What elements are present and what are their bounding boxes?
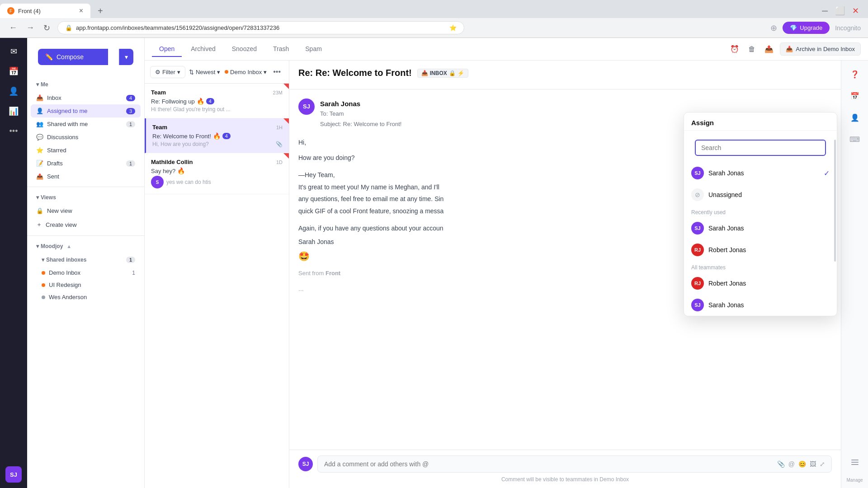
upgrade-button[interactable]: 💎 Upgrade — [783, 22, 830, 34]
message-item-1[interactable]: Team 23M Re: Follwoing up 🔥 4 Hi there! … — [145, 84, 289, 118]
msg-sender-1: Team — [151, 89, 166, 96]
expand-icon[interactable]: ⤢ — [820, 460, 825, 468]
paperclip-icon[interactable]: 📎 — [777, 460, 785, 468]
contacts-button[interactable]: 👤 — [847, 109, 863, 126]
sidebar-item-wes-anderson[interactable]: Wes Anderson — [31, 291, 141, 303]
minimize-button[interactable]: ─ — [822, 6, 828, 16]
close-button[interactable]: ✕ — [852, 6, 859, 16]
comment-box[interactable]: 📎 @ 😊 🖼 ⤢ — [317, 455, 832, 473]
inbox-selector[interactable]: Demo Inbox ▾ — [225, 69, 267, 75]
assign-item-robert-all[interactable]: RJ Robert Jonas — [684, 272, 837, 294]
sarah-recently-avatar: SJ — [691, 222, 704, 235]
tab-open[interactable]: Open — [152, 42, 182, 57]
comment-input[interactable] — [324, 460, 773, 468]
tab-close-button[interactable]: × — [79, 7, 83, 15]
comment-avatar: SJ — [298, 457, 313, 471]
robert-all-avatar: RJ — [691, 277, 704, 290]
address-bar[interactable]: 🔒 app.frontapp.com/inboxes/teammates/156… — [57, 21, 464, 34]
assign-item-unassigned[interactable]: ⊘ Unassigned — [684, 184, 837, 206]
help-tips-button[interactable]: ❓ — [847, 66, 863, 82]
me-section-header[interactable]: ▾ Me — [31, 78, 141, 91]
demo-inbox-count: 1 — [132, 270, 135, 276]
sidebar-item-ui-redesign[interactable]: UI Redesign — [31, 279, 141, 291]
plus-icon: ＋ — [36, 221, 42, 229]
shared-count-badge: 1 — [126, 121, 135, 127]
sidebar-item-shared-with-me[interactable]: 👥 Shared with me 1 — [31, 117, 141, 131]
sidebar-item-assigned-to-me[interactable]: 👤 Assigned to me 3 — [31, 104, 141, 117]
subject-field: Subject: Re: Welcome to Front! — [320, 120, 401, 129]
shared-icon: 👥 — [36, 121, 43, 127]
sort-button[interactable]: ⇅ Newest ▾ — [189, 69, 220, 75]
upgrade-gem-icon: 💎 — [790, 24, 797, 31]
compose-button[interactable]: ✏️ Compose — [38, 49, 108, 65]
unread-corner-indicator-2 — [283, 118, 289, 124]
snooze-button[interactable]: ⏰ — [727, 42, 742, 56]
svg-rect-1 — [851, 462, 859, 463]
incognito-label: Incognito — [835, 24, 861, 32]
contacts-icon-button[interactable]: 👤 — [5, 83, 22, 99]
msg-sender-2: Team — [152, 124, 167, 131]
more-icon-button[interactable]: ••• — [5, 123, 22, 139]
calendar-button[interactable]: 📅 — [847, 88, 863, 104]
sidebar-item-create-view[interactable]: ＋ Create view — [31, 217, 141, 232]
shared-inboxes-chevron-icon: ▾ — [42, 257, 44, 263]
assign-item-robert-recently[interactable]: RJ Robert Jonas — [684, 239, 837, 261]
assign-item-sarah-all[interactable]: SJ Sarah Jonas — [684, 294, 837, 316]
moodjoy-section-header[interactable]: ▾ Moodjoy ▲ — [31, 239, 141, 253]
delete-button[interactable]: 🗑 — [745, 42, 758, 56]
forward-button[interactable]: → — [24, 21, 36, 34]
move-button[interactable]: 📤 — [762, 42, 776, 56]
sidebar-item-drafts[interactable]: 📝 Drafts 1 — [31, 157, 141, 170]
starred-icon: ⭐ — [36, 147, 43, 154]
list-options-button[interactable]: ••• — [270, 65, 283, 79]
analytics-icon-button[interactable]: 📊 — [5, 103, 22, 119]
filter-button[interactable]: ⚙ Filter ▾ — [150, 66, 185, 78]
user-avatar-icon[interactable]: SJ — [5, 466, 22, 483]
sidebar-item-discussions[interactable]: 💬 Discussions — [31, 131, 141, 144]
detail-footer: SJ 📎 @ 😊 🖼 ⤢ — [289, 450, 841, 488]
image-icon[interactable]: 🖼 — [810, 460, 816, 468]
sidebar-item-sent[interactable]: 📤 Sent — [31, 170, 141, 183]
calendar-icon-button[interactable]: 📅 — [5, 63, 22, 80]
sarah-jonas-name: Sarah Jonas — [708, 169, 819, 177]
robert-all-name: Robert Jonas — [708, 280, 830, 287]
msg-subject-1: Re: Follwoing up — [151, 98, 195, 105]
new-tab-button[interactable]: + — [94, 6, 107, 16]
sidebar-item-new-view[interactable]: 🔒 New view — [31, 204, 141, 217]
inbox-selector-chevron: ▾ — [264, 69, 267, 75]
sidebar-item-inbox[interactable]: 📥 Inbox 4 — [31, 91, 141, 104]
tab-trash[interactable]: Trash — [266, 42, 296, 57]
moodjoy-chevron-icon: ▾ — [36, 243, 39, 249]
assign-scrollbar[interactable] — [834, 140, 836, 262]
fire-badge-3: 🔥 — [177, 167, 185, 174]
compose-dropdown-button[interactable]: ▾ — [119, 49, 133, 65]
sidebar-item-demo-inbox[interactable]: Demo Inbox 1 — [31, 267, 141, 279]
filter-chevron-icon: ▾ — [177, 69, 180, 75]
archive-inbox-button[interactable]: 📥 Archive in Demo Inbox — [780, 42, 861, 56]
shortcuts-button[interactable]: ⌨ — [847, 131, 863, 147]
inbox-count-badge: 4 — [126, 95, 135, 101]
reload-button[interactable]: ↻ — [42, 21, 52, 35]
emoji-icon[interactable]: 😊 — [798, 460, 806, 468]
assign-dropdown-title: Assign — [684, 113, 837, 131]
inbox-icon-button[interactable]: ✉ — [5, 43, 22, 60]
extensions-icon[interactable]: ⊕ — [770, 23, 777, 33]
back-button[interactable]: ← — [7, 21, 19, 34]
tab-snoozed[interactable]: Snoozed — [225, 42, 264, 57]
manage-button[interactable] — [847, 454, 863, 470]
assign-item-sarah-recently[interactable]: SJ Sarah Jonas — [684, 217, 837, 239]
assign-search-input[interactable] — [695, 140, 826, 156]
sidebar-icon-rail: ✉ 📅 👤 📊 ••• SJ — [0, 38, 27, 488]
assign-item-sarah-jonas[interactable]: SJ Sarah Jonas ✓ — [684, 162, 837, 184]
shared-inboxes-header[interactable]: ▾ Shared inboxes 1 — [31, 253, 141, 267]
message-item-2[interactable]: Team 1H Re: Welcome to Front! 🔥 4 Hi, Ho… — [145, 118, 289, 153]
browser-tab[interactable]: F Front (4) × — [0, 4, 90, 18]
views-section-header[interactable]: ▾ Views — [31, 191, 141, 204]
tab-spam[interactable]: Spam — [298, 42, 329, 57]
at-icon[interactable]: @ — [788, 460, 795, 468]
maximize-button[interactable]: ⬜ — [835, 6, 845, 16]
sidebar-item-starred[interactable]: ⭐ Starred — [31, 144, 141, 157]
robert-recently-name: Robert Jonas — [708, 246, 830, 253]
tab-archived[interactable]: Archived — [184, 42, 222, 57]
message-item-3[interactable]: Mathilde Collin 1D Say hey? 🔥 S yes we c… — [145, 153, 289, 194]
